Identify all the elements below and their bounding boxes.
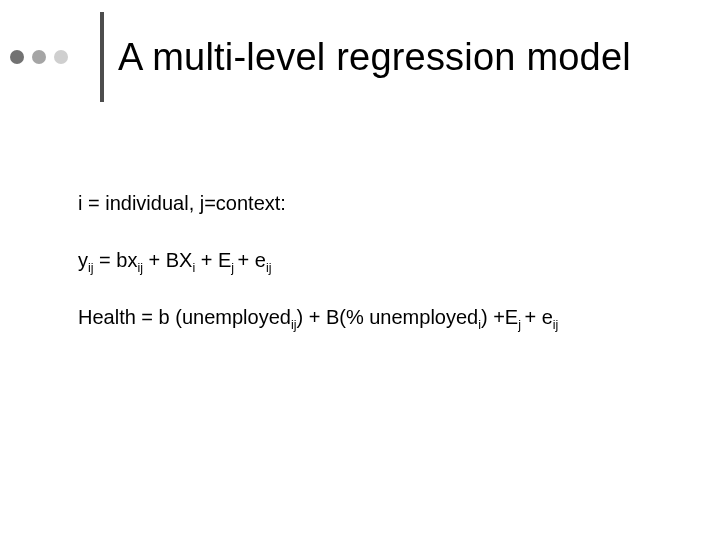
vertical-divider: [100, 12, 104, 102]
equation-text: Health = b (unemployed: [78, 306, 291, 328]
definition-line: i = individual, j=context:: [78, 190, 678, 217]
equation-text: + BX: [143, 249, 192, 271]
slide-header: A multi-level regression model: [0, 26, 720, 88]
bullet-dots-decoration: [10, 50, 68, 64]
equation-text: = bx: [94, 249, 138, 271]
slide-body: i = individual, j=context: yij = bxij + …: [78, 190, 678, 361]
slide-title: A multi-level regression model: [118, 36, 631, 79]
dot-icon: [32, 50, 46, 64]
subscript: ij: [266, 261, 272, 275]
slide: A multi-level regression model i = indiv…: [0, 0, 720, 540]
equation-text: + e: [238, 249, 266, 271]
equation-text: + e: [524, 306, 552, 328]
dot-icon: [54, 50, 68, 64]
equation-text: y: [78, 249, 88, 271]
equation-text: ) + B(% unemployed: [296, 306, 478, 328]
equation-line: yij = bxij + BXi + Ej + eij: [78, 247, 678, 274]
equation-text: ) +E: [481, 306, 518, 328]
example-line: Health = b (unemployedij) + B(% unemploy…: [78, 304, 678, 331]
dot-icon: [10, 50, 24, 64]
equation-text: + E: [195, 249, 231, 271]
subscript: ij: [553, 318, 559, 332]
